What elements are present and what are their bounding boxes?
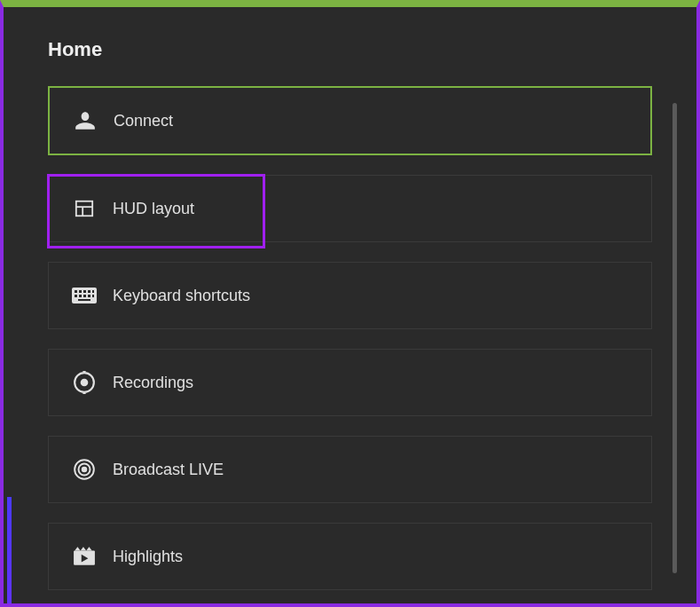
layout-icon [72,197,97,220]
menu-item-label: Connect [114,112,173,130]
scrollbar[interactable] [672,103,677,573]
svg-rect-9 [75,295,77,297]
user-icon [73,109,98,132]
menu-list: Connect HUD layout [48,86,686,590]
menu-item-label: Recordings [113,374,193,392]
keyboard-icon [72,284,97,307]
svg-rect-7 [88,290,90,293]
menu-item-label: Broadcast LIVE [113,461,224,479]
svg-rect-11 [83,295,86,297]
svg-rect-6 [83,290,86,293]
svg-rect-12 [88,295,90,297]
svg-marker-21 [75,547,81,550]
window-border: Home Connect HUD layout [0,0,700,607]
svg-rect-0 [76,201,92,217]
svg-marker-22 [81,547,87,550]
record-icon [72,371,97,394]
svg-rect-10 [79,295,82,297]
svg-rect-13 [92,295,94,297]
page-title: Home [48,38,686,61]
svg-rect-5 [79,290,82,293]
broadcast-icon [72,458,97,481]
left-accent [7,497,12,603]
main-container: Home Connect HUD layout [4,7,696,603]
svg-marker-23 [86,547,92,550]
menu-item-label: Highlights [113,548,183,566]
menu-item-broadcast-live[interactable]: Broadcast LIVE [48,436,652,503]
svg-rect-8 [92,290,94,293]
menu-item-keyboard-shortcuts[interactable]: Keyboard shortcuts [48,262,652,329]
menu-item-highlights[interactable]: Highlights [48,523,652,590]
svg-point-16 [81,379,89,387]
menu-item-label: Keyboard shortcuts [113,287,250,305]
film-icon [72,545,97,568]
menu-item-recordings[interactable]: Recordings [48,349,652,416]
menu-item-label: HUD layout [113,200,194,218]
svg-rect-4 [75,290,77,293]
menu-item-connect[interactable]: Connect [48,86,652,155]
svg-rect-14 [78,299,90,301]
svg-point-17 [82,467,88,473]
menu-item-hud-layout[interactable]: HUD layout [48,175,652,242]
